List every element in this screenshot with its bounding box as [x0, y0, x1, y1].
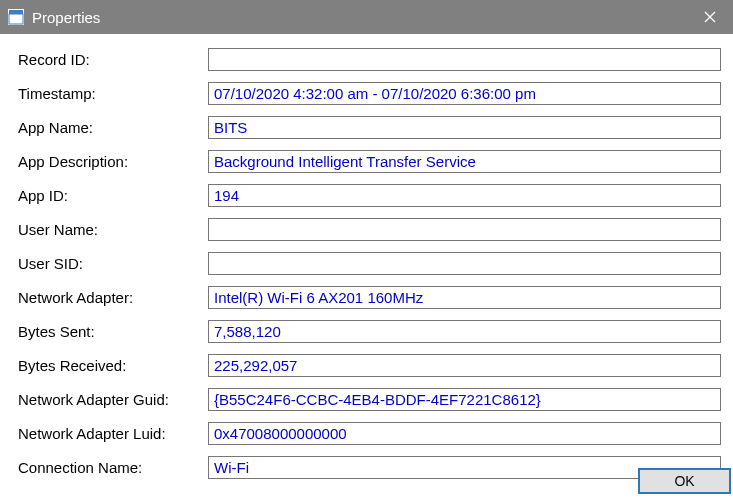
window-title: Properties — [32, 9, 687, 26]
row-bytes-sent: Bytes Sent: — [18, 320, 721, 343]
label-app-name: App Name: — [18, 119, 208, 136]
input-network-adapter-guid[interactable] — [208, 388, 721, 411]
input-user-sid[interactable] — [208, 252, 721, 275]
row-user-name: User Name: — [18, 218, 721, 241]
input-user-name[interactable] — [208, 218, 721, 241]
label-connection-name: Connection Name: — [18, 459, 208, 476]
label-network-adapter-guid: Network Adapter Guid: — [18, 391, 208, 408]
label-app-description: App Description: — [18, 153, 208, 170]
label-timestamp: Timestamp: — [18, 85, 208, 102]
row-app-name: App Name: — [18, 116, 721, 139]
form-body: Record ID: Timestamp: App Name: App Desc… — [0, 34, 733, 494]
label-bytes-sent: Bytes Sent: — [18, 323, 208, 340]
close-button[interactable] — [687, 0, 733, 34]
input-record-id[interactable] — [208, 48, 721, 71]
row-user-sid: User SID: — [18, 252, 721, 275]
input-app-id[interactable] — [208, 184, 721, 207]
input-app-description[interactable] — [208, 150, 721, 173]
row-app-id: App ID: — [18, 184, 721, 207]
row-network-adapter-guid: Network Adapter Guid: — [18, 388, 721, 411]
input-bytes-received[interactable] — [208, 354, 721, 377]
label-record-id: Record ID: — [18, 51, 208, 68]
row-connection-name: Connection Name: — [18, 456, 721, 479]
label-app-id: App ID: — [18, 187, 208, 204]
input-timestamp[interactable] — [208, 82, 721, 105]
label-user-name: User Name: — [18, 221, 208, 238]
input-bytes-sent[interactable] — [208, 320, 721, 343]
svg-rect-1 — [9, 10, 23, 14]
row-record-id: Record ID: — [18, 48, 721, 71]
ok-button[interactable]: OK — [638, 468, 731, 494]
close-icon — [704, 11, 716, 23]
row-network-adapter: Network Adapter: — [18, 286, 721, 309]
input-app-name[interactable] — [208, 116, 721, 139]
titlebar: Properties — [0, 0, 733, 34]
label-network-adapter: Network Adapter: — [18, 289, 208, 306]
svg-rect-2 — [9, 14, 23, 24]
row-timestamp: Timestamp: — [18, 82, 721, 105]
row-app-description: App Description: — [18, 150, 721, 173]
label-network-adapter-luid: Network Adapter Luid: — [18, 425, 208, 442]
row-network-adapter-luid: Network Adapter Luid: — [18, 422, 721, 445]
app-icon — [8, 9, 24, 25]
label-user-sid: User SID: — [18, 255, 208, 272]
input-network-adapter[interactable] — [208, 286, 721, 309]
row-bytes-received: Bytes Received: — [18, 354, 721, 377]
label-bytes-received: Bytes Received: — [18, 357, 208, 374]
input-network-adapter-luid[interactable] — [208, 422, 721, 445]
